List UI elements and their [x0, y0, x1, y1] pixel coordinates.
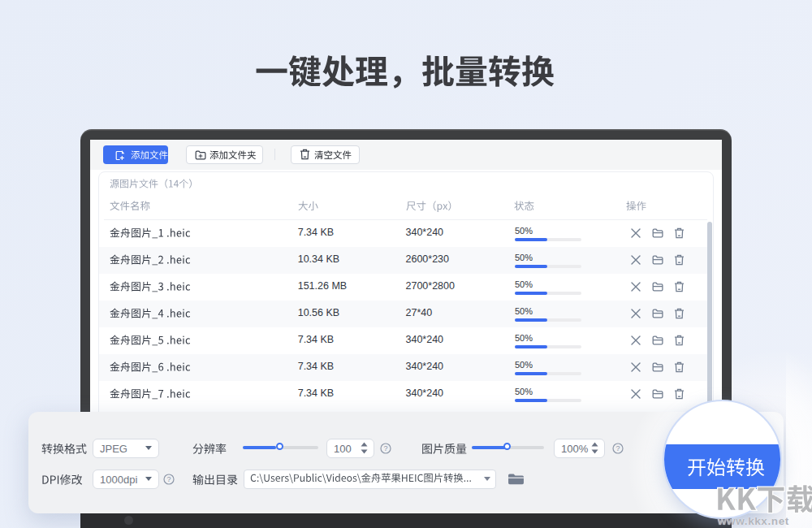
- svg-text:?: ?: [383, 444, 387, 452]
- svg-text:?: ?: [615, 444, 620, 452]
- svg-text:?: ?: [166, 475, 171, 483]
